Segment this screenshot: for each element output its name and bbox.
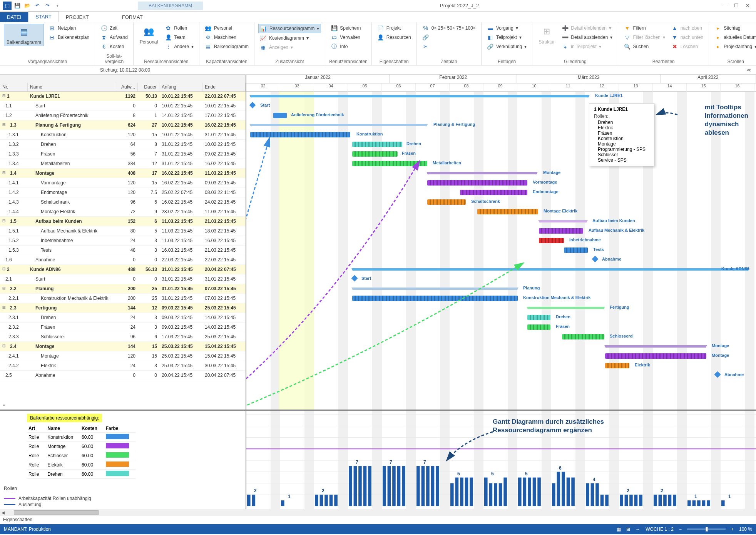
ins-vorgang-button[interactable]: ▬Vorgang ▾	[485, 24, 528, 32]
properties-bar[interactable]: Eigenschaften	[0, 516, 756, 524]
gantt-bar[interactable]	[562, 334, 604, 339]
filter-loeschen-button[interactable]: ▽Filter löschen ▾	[622, 33, 666, 42]
qat-more-icon[interactable]: ▾	[53, 2, 62, 10]
detail-aus-button[interactable]: ➖Detail ausblenden ▾	[560, 33, 614, 42]
cap-personal-button[interactable]: 👥Personal	[203, 24, 250, 32]
resource-chart[interactable]: 2.004.006.008.0010.0012.0014.0016.002127…	[246, 411, 756, 509]
minimize-icon[interactable]: —	[722, 3, 727, 8]
gantt-bar[interactable]	[427, 180, 527, 186]
table-row[interactable]: ⊟2.4 Montage 14415 25.03.22 15:4515.04.2…	[0, 342, 246, 351]
andere-button[interactable]: ⋮Andere ▾	[163, 42, 195, 51]
scroll-heute-button[interactable]: ▸aktuelles Datum	[713, 33, 756, 42]
gantt-bar[interactable]	[539, 238, 564, 243]
collapse-grid-icon[interactable]: ≪	[746, 67, 756, 73]
scroll-stichtag-button[interactable]: ▸Stichtag	[713, 24, 756, 32]
kostendiagramm-button[interactable]: 📈Kostendiagramm ▾	[258, 34, 321, 42]
cap-maschinen-button[interactable]: ⚙Maschinen	[203, 33, 250, 42]
gantt-bar[interactable]	[477, 209, 538, 214]
anzeigen-button[interactable]: ▦Anzeigen ▾	[258, 43, 321, 52]
gantt-bar[interactable]	[460, 190, 527, 195]
gantt-bar[interactable]	[273, 113, 287, 118]
gantt-bar[interactable]	[352, 151, 398, 157]
nach-unten-button[interactable]: ▼nach unten	[670, 33, 705, 42]
speichern-button[interactable]: 💾Speichern	[329, 24, 362, 32]
table-row[interactable]: 2.1 Start 00 31.01.22 15:4531.01.22 15:4…	[0, 274, 246, 284]
balkennetzplan-button[interactable]: ⊟Balkennetzplan	[47, 33, 91, 42]
gantt-bar[interactable]	[539, 228, 583, 234]
col-dauer[interactable]: Dauer	[138, 83, 159, 91]
team-button[interactable]: 👤Team	[163, 33, 195, 42]
tab-start[interactable]: START	[28, 12, 59, 22]
verwalten-button[interactable]: 🗂Verwalten	[329, 33, 362, 42]
col-anfang[interactable]: Anfang	[159, 83, 202, 91]
close-icon[interactable]: ✕	[746, 3, 750, 8]
personal-button[interactable]: 👥Personal	[137, 24, 160, 45]
gantt-bar[interactable]	[539, 220, 587, 222]
tab-file[interactable]: DATEI	[0, 12, 28, 22]
save-icon[interactable]: 💾	[13, 2, 22, 10]
gantt-bar[interactable]	[352, 288, 518, 290]
gantt-bar[interactable]	[352, 268, 749, 271]
gantt-bar[interactable]	[427, 199, 466, 205]
table-row[interactable]: 2.2.1 Konstruktion Mechanik & Elektrik 2…	[0, 294, 246, 303]
grid-body[interactable]: ⊟1 Kunde LJRE1 119250.13 10.01.22 15:452…	[0, 92, 246, 403]
nach-oben-button[interactable]: ▲nach oben	[670, 24, 705, 32]
ressourcendiagramm-button[interactable]: 📊Ressourcendiagramm ▾	[258, 24, 321, 33]
cap-balken-button[interactable]: ▤Balkendiagramm	[203, 42, 250, 51]
table-row[interactable]: 1.4.1 Vormontage 12015 16.02.22 15:4509.…	[0, 178, 246, 188]
milestone[interactable]	[351, 275, 358, 282]
balkendiagramm-button[interactable]: ▤Balkendiagramm	[4, 24, 44, 46]
eig-ressourcen-button[interactable]: 👤Ressourcen	[376, 33, 413, 42]
table-row[interactable]: 1.4.2 Endmontage 1207.5 25.02.22 07:4508…	[0, 188, 246, 197]
table-row[interactable]: ⊟1.3 Planung & Fertigung 62427 10.01.22 …	[0, 120, 246, 130]
redo-icon[interactable]: ↷	[43, 2, 52, 10]
table-row[interactable]: ⊟2.2 Planung 20025 31.01.22 15:4507.03.2…	[0, 284, 246, 294]
zeitplan-row2[interactable]: 🔗	[421, 33, 477, 42]
gantt-bar[interactable]	[427, 172, 537, 174]
table-row[interactable]: 1.5.1 Aufbau Mechanik & Elektrik 805 11.…	[0, 226, 246, 236]
ins-verknuepfung-button[interactable]: 🔗Verknüpfung ▾	[485, 42, 528, 51]
table-row[interactable]: 2.3.3 Schlosserei 966 17.03.22 15:4525.0…	[0, 332, 246, 342]
gantt-body[interactable]: Kunde LJRE1StartAnlieferung Fördertechni…	[246, 92, 756, 410]
col-aufw[interactable]: Aufw...	[116, 83, 138, 91]
status-icon1[interactable]: ▦	[617, 527, 621, 532]
table-row[interactable]: 1.4.4 Montage Elektrik 729 28.02.22 15:4…	[0, 207, 246, 217]
gantt-bar[interactable]	[527, 307, 604, 309]
table-row[interactable]: 1.5.2 Inbetriebnahme 243 11.03.22 15:451…	[0, 236, 246, 246]
table-row[interactable]: 1.4.3 Schaltschrank 966 16.02.22 15:4524…	[0, 197, 246, 207]
scroll-left-icon[interactable]: ◂	[0, 509, 6, 516]
open-icon[interactable]: 📂	[23, 2, 32, 10]
table-row[interactable]: 2.4.2 Elektrik 243 25.03.22 15:4530.03.2…	[0, 361, 246, 371]
gantt-bar[interactable]	[605, 353, 706, 359]
gantt-bar[interactable]	[605, 345, 706, 348]
filtern-button[interactable]: ▼Filtern	[622, 24, 666, 32]
tab-format[interactable]: FORMAT	[115, 12, 150, 22]
table-row[interactable]: ⊟2.3 Fertigung 14412 09.03.22 15:4525.03…	[0, 303, 246, 313]
table-row[interactable]: 1.1 Start 00 10.01.22 15:4510.01.22 15:4…	[0, 101, 246, 111]
rollen-button[interactable]: ✿Rollen	[163, 24, 195, 32]
maximize-icon[interactable]: ☐	[734, 3, 739, 8]
gantt-bar[interactable]	[352, 161, 427, 166]
col-ende[interactable]: Ende	[202, 83, 246, 91]
undo-icon[interactable]: ↶	[33, 2, 42, 10]
table-row[interactable]: 2.4.1 Montage 12015 25.03.22 15:4515.04.…	[0, 351, 246, 361]
table-row[interactable]: ⊟1.4 Montage 40817 16.02.22 15:4511.03.2…	[0, 169, 246, 178]
gantt-bar[interactable]	[352, 142, 402, 147]
table-row[interactable]: 1.5.3 Tests 483 16.03.22 15:4521.03.22 1…	[0, 246, 246, 255]
table-row[interactable]: 1.6 Abnahme 00 22.03.22 15:4522.03.22 15…	[0, 255, 246, 265]
milestone[interactable]	[592, 256, 599, 262]
gantt-bar[interactable]	[527, 324, 550, 330]
table-row[interactable]: 2.3.2 Fräsen 243 09.03.22 15:4514.03.22 …	[0, 323, 246, 332]
table-row[interactable]: 1.3.1 Konstruktion 12015 10.01.22 15:453…	[0, 130, 246, 140]
netzplan-button[interactable]: ⊞Netzplan	[47, 24, 91, 32]
kosten-button[interactable]: €Kosten	[99, 42, 129, 51]
milestone[interactable]	[249, 102, 256, 109]
status-icon3[interactable]: ↔	[636, 527, 640, 532]
zeitplan-icons[interactable]: % 0× 25× 50× 75× 100×	[421, 24, 477, 32]
col-name[interactable]: Name	[28, 83, 116, 91]
table-row[interactable]: 2.3.1 Drehen 243 09.03.22 15:4514.03.22 …	[0, 313, 246, 323]
aufwand-button[interactable]: ⧗Aufwand	[99, 33, 129, 42]
info-button[interactable]: ⓘInfo	[329, 42, 362, 51]
zeitplan-row3[interactable]: ✂	[421, 42, 477, 51]
ins-teilprojekt-button[interactable]: ◧Teilprojekt ▾	[485, 33, 528, 42]
